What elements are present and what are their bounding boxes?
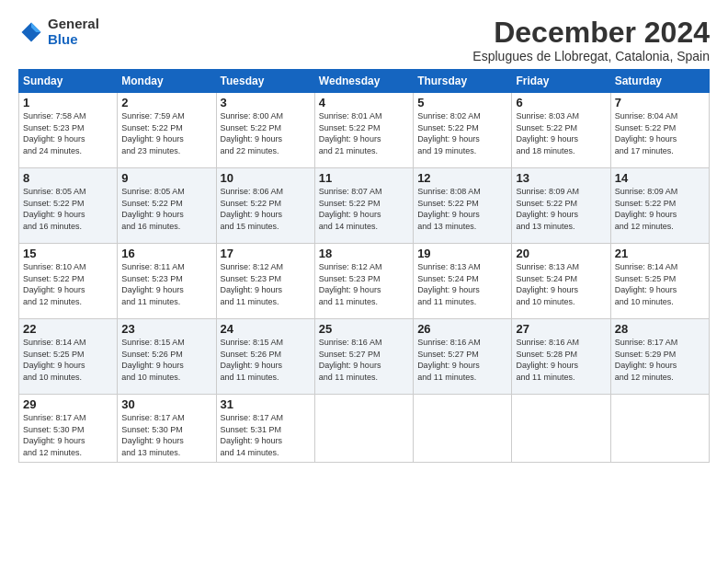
- table-row: 2Sunrise: 7:59 AMSunset: 5:22 PMDaylight…: [118, 93, 216, 168]
- day-number: 14: [615, 171, 705, 185]
- table-row: 20Sunrise: 8:13 AMSunset: 5:24 PMDayligh…: [512, 244, 610, 319]
- col-sunday: Sunday: [19, 70, 118, 93]
- table-row: 1Sunrise: 7:58 AMSunset: 5:23 PMDaylight…: [19, 93, 118, 168]
- day-number: 1: [23, 96, 113, 109]
- day-number: 28: [615, 322, 705, 336]
- day-info: Sunrise: 8:11 AMSunset: 5:23 PMDaylight:…: [121, 262, 185, 306]
- col-wednesday: Wednesday: [314, 70, 413, 93]
- table-row: 28Sunrise: 8:17 AMSunset: 5:29 PMDayligh…: [610, 319, 709, 395]
- day-info: Sunrise: 8:12 AMSunset: 5:23 PMDaylight:…: [221, 262, 284, 306]
- logo-general-text: General: [48, 17, 99, 32]
- day-info: Sunrise: 8:02 AMSunset: 5:22 PMDaylight:…: [417, 111, 481, 155]
- day-info: Sunrise: 8:04 AMSunset: 5:22 PMDaylight:…: [615, 111, 678, 155]
- table-row: 16Sunrise: 8:11 AMSunset: 5:23 PMDayligh…: [118, 244, 216, 319]
- table-row: 15Sunrise: 8:10 AMSunset: 5:22 PMDayligh…: [19, 244, 118, 319]
- day-number: 26: [417, 322, 507, 336]
- day-number: 15: [23, 247, 113, 260]
- table-row: 25Sunrise: 8:16 AMSunset: 5:27 PMDayligh…: [314, 319, 413, 395]
- day-number: 2: [121, 96, 211, 109]
- table-row: [610, 395, 709, 462]
- day-number: 11: [319, 171, 409, 185]
- day-info: Sunrise: 8:00 AMSunset: 5:22 PMDaylight:…: [221, 111, 284, 155]
- day-info: Sunrise: 8:09 AMSunset: 5:22 PMDaylight:…: [615, 187, 678, 231]
- day-number: 5: [417, 96, 507, 109]
- table-row: 24Sunrise: 8:15 AMSunset: 5:26 PMDayligh…: [216, 319, 314, 395]
- table-row: [512, 395, 610, 462]
- col-saturday: Saturday: [610, 70, 709, 93]
- table-row: 30Sunrise: 8:17 AMSunset: 5:30 PMDayligh…: [118, 395, 216, 462]
- col-thursday: Thursday: [414, 70, 512, 93]
- day-info: Sunrise: 8:17 AMSunset: 5:29 PMDaylight:…: [615, 338, 678, 382]
- table-row: [414, 395, 512, 462]
- table-row: 5Sunrise: 8:02 AMSunset: 5:22 PMDaylight…: [414, 93, 512, 168]
- calendar-page: General Blue December 2024 Esplugues de …: [0, 0, 728, 563]
- logo-blue-text: Blue: [48, 32, 99, 48]
- day-number: 22: [23, 322, 113, 336]
- day-number: 16: [121, 247, 211, 260]
- calendar-table: Sunday Monday Tuesday Wednesday Thursday…: [18, 69, 710, 462]
- table-row: 21Sunrise: 8:14 AMSunset: 5:25 PMDayligh…: [610, 244, 709, 319]
- day-info: Sunrise: 8:15 AMSunset: 5:26 PMDaylight:…: [121, 338, 185, 382]
- day-number: 19: [417, 247, 507, 260]
- day-info: Sunrise: 8:16 AMSunset: 5:27 PMDaylight:…: [417, 338, 481, 382]
- day-number: 6: [516, 96, 606, 109]
- table-row: 22Sunrise: 8:14 AMSunset: 5:25 PMDayligh…: [19, 319, 118, 395]
- header: General Blue December 2024 Esplugues de …: [18, 17, 710, 63]
- day-info: Sunrise: 8:08 AMSunset: 5:22 PMDaylight:…: [417, 187, 481, 231]
- day-number: 4: [319, 96, 409, 109]
- logo: General Blue: [18, 17, 99, 47]
- day-number: 13: [516, 171, 606, 185]
- day-number: 12: [417, 171, 507, 185]
- day-info: Sunrise: 7:58 AMSunset: 5:23 PMDaylight:…: [23, 111, 86, 155]
- day-number: 20: [516, 247, 606, 260]
- day-info: Sunrise: 8:05 AMSunset: 5:22 PMDaylight:…: [23, 187, 86, 231]
- day-info: Sunrise: 8:05 AMSunset: 5:22 PMDaylight:…: [121, 187, 185, 231]
- title-area: December 2024 Esplugues de Llobregat, Ca…: [472, 17, 710, 63]
- table-row: 12Sunrise: 8:08 AMSunset: 5:22 PMDayligh…: [414, 168, 512, 244]
- day-number: 10: [221, 171, 311, 185]
- day-number: 27: [516, 322, 606, 336]
- table-row: 19Sunrise: 8:13 AMSunset: 5:24 PMDayligh…: [414, 244, 512, 319]
- day-number: 17: [221, 247, 311, 260]
- table-row: 6Sunrise: 8:03 AMSunset: 5:22 PMDaylight…: [512, 93, 610, 168]
- col-tuesday: Tuesday: [216, 70, 314, 93]
- location-title: Esplugues de Llobregat, Catalonia, Spain: [472, 49, 710, 63]
- table-row: 7Sunrise: 8:04 AMSunset: 5:22 PMDaylight…: [610, 93, 709, 168]
- day-number: 31: [221, 397, 311, 411]
- day-info: Sunrise: 8:01 AMSunset: 5:22 PMDaylight:…: [319, 111, 382, 155]
- day-number: 18: [319, 247, 409, 260]
- month-title: December 2024: [472, 17, 710, 49]
- day-number: 3: [221, 96, 311, 109]
- table-row: 17Sunrise: 8:12 AMSunset: 5:23 PMDayligh…: [216, 244, 314, 319]
- day-info: Sunrise: 8:07 AMSunset: 5:22 PMDaylight:…: [319, 187, 382, 231]
- table-row: [314, 395, 413, 462]
- day-info: Sunrise: 8:16 AMSunset: 5:28 PMDaylight:…: [516, 338, 579, 382]
- table-row: 4Sunrise: 8:01 AMSunset: 5:22 PMDaylight…: [314, 93, 413, 168]
- day-info: Sunrise: 8:10 AMSunset: 5:22 PMDaylight:…: [23, 262, 86, 306]
- day-info: Sunrise: 8:06 AMSunset: 5:22 PMDaylight:…: [221, 187, 284, 231]
- day-info: Sunrise: 8:09 AMSunset: 5:22 PMDaylight:…: [516, 187, 579, 231]
- day-info: Sunrise: 7:59 AMSunset: 5:22 PMDaylight:…: [121, 111, 185, 155]
- day-number: 8: [23, 171, 113, 185]
- day-info: Sunrise: 8:14 AMSunset: 5:25 PMDaylight:…: [23, 338, 86, 382]
- day-info: Sunrise: 8:13 AMSunset: 5:24 PMDaylight:…: [516, 262, 579, 306]
- day-number: 7: [615, 96, 705, 109]
- day-number: 25: [319, 322, 409, 336]
- table-row: 13Sunrise: 8:09 AMSunset: 5:22 PMDayligh…: [512, 168, 610, 244]
- table-row: 31Sunrise: 8:17 AMSunset: 5:31 PMDayligh…: [216, 395, 314, 462]
- day-number: 24: [221, 322, 311, 336]
- header-row: Sunday Monday Tuesday Wednesday Thursday…: [19, 70, 710, 93]
- day-number: 21: [615, 247, 705, 260]
- table-row: 8Sunrise: 8:05 AMSunset: 5:22 PMDaylight…: [19, 168, 118, 244]
- table-row: 11Sunrise: 8:07 AMSunset: 5:22 PMDayligh…: [314, 168, 413, 244]
- table-row: 10Sunrise: 8:06 AMSunset: 5:22 PMDayligh…: [216, 168, 314, 244]
- col-friday: Friday: [512, 70, 610, 93]
- day-info: Sunrise: 8:17 AMSunset: 5:30 PMDaylight:…: [23, 413, 86, 457]
- day-info: Sunrise: 8:12 AMSunset: 5:23 PMDaylight:…: [319, 262, 382, 306]
- day-number: 30: [121, 397, 211, 411]
- day-info: Sunrise: 8:15 AMSunset: 5:26 PMDaylight:…: [221, 338, 284, 382]
- table-row: 26Sunrise: 8:16 AMSunset: 5:27 PMDayligh…: [414, 319, 512, 395]
- table-row: 9Sunrise: 8:05 AMSunset: 5:22 PMDaylight…: [118, 168, 216, 244]
- table-row: 3Sunrise: 8:00 AMSunset: 5:22 PMDaylight…: [216, 93, 314, 168]
- table-row: 29Sunrise: 8:17 AMSunset: 5:30 PMDayligh…: [19, 395, 118, 462]
